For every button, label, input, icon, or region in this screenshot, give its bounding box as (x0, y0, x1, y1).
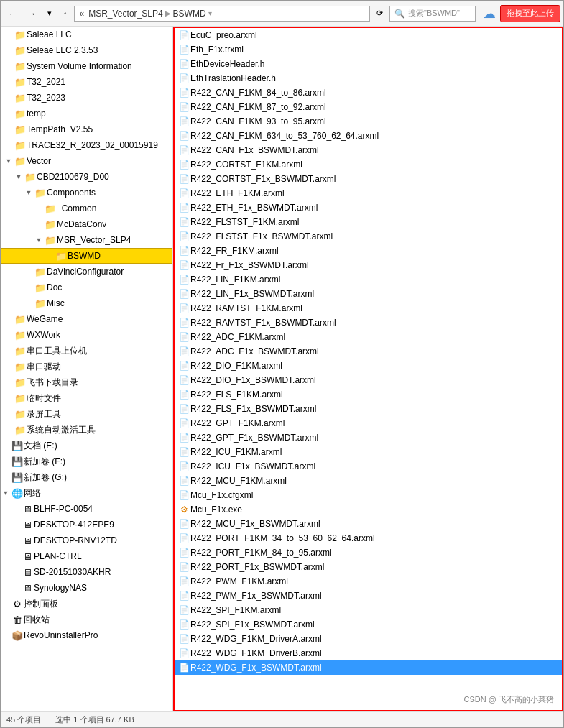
expand-icon[interactable] (4, 330, 14, 340)
file-item[interactable]: 📄R422_PORT_F1KM_34_to_53_60_62_64.arxml (175, 531, 562, 545)
expand-icon[interactable] (4, 61, 14, 71)
sidebar-item[interactable]: 🖥 DESKTOP-412EPE9 (1, 517, 172, 533)
up-button[interactable]: ↑ (58, 4, 73, 24)
file-item[interactable]: 📄R422_CORTST_F1x_BSWMDT.arxml (175, 172, 562, 186)
sidebar-item[interactable]: 📁 系统自动激活工具 (1, 422, 172, 438)
file-item[interactable]: 📄R422_PWM_F1x_BSWMDT.arxml (175, 589, 562, 603)
expand-icon[interactable] (4, 93, 14, 103)
expand-icon[interactable] (4, 346, 14, 356)
file-item[interactable]: 📄R422_MCU_F1KM.arxml (175, 474, 562, 488)
expand-icon[interactable] (1, 456, 11, 466)
expand-icon[interactable] (4, 425, 14, 435)
expand-icon[interactable] (11, 504, 21, 514)
expand-icon[interactable] (34, 203, 44, 213)
sidebar-item[interactable]: 📁 Doc (1, 280, 172, 295)
sidebar-item[interactable]: 📦 RevoUninstallerPro (1, 627, 172, 643)
expand-icon[interactable] (11, 535, 21, 545)
expand-icon[interactable] (4, 45, 14, 55)
file-item[interactable]: 📄R422_ADC_F1x_BSWMDT.arxml (175, 344, 562, 359)
sidebar-item[interactable]: 📁 WXWork (1, 327, 172, 343)
sidebar-item[interactable]: 🖥 BLHF-PC-0054 (1, 501, 172, 517)
sidebar-item[interactable]: 📁 TRACE32_R_2023_02_00015919 (1, 137, 172, 153)
expand-icon[interactable] (24, 267, 34, 277)
expand-icon[interactable] (11, 551, 21, 561)
sidebar-item[interactable]: 📁 TempPath_V2.55 (1, 121, 172, 137)
expand-icon[interactable] (11, 583, 21, 593)
file-item[interactable]: 📄Eth_F1x.trxml (175, 42, 562, 57)
expand-icon[interactable] (45, 251, 55, 261)
file-item[interactable]: 📄R422_WDG_F1x_BSWMDT.arxml (175, 660, 562, 675)
sidebar-item[interactable]: 🖥 SD-20151030AKHR (1, 564, 172, 580)
expand-icon[interactable] (4, 109, 14, 119)
file-item[interactable]: 📄R422_MCU_F1x_BSWMDT.arxml (175, 517, 562, 531)
sidebar-item[interactable]: 🗑 回收站 (1, 612, 172, 627)
file-item[interactable]: 📄EthDeviceHeader.h (175, 57, 562, 71)
file-item[interactable]: 📄R422_RAMTST_F1KM.arxml (175, 301, 562, 315)
file-item[interactable]: 📄R422_WDG_F1KM_DriverB.arxml (175, 646, 562, 660)
sidebar-item[interactable]: ▼📁 Vector (1, 153, 172, 169)
sidebar-item[interactable]: 📁 T32_2023 (1, 90, 172, 106)
file-item[interactable]: 📄R422_LIN_F1x_BSWMDT.arxml (175, 287, 562, 301)
expand-icon[interactable] (4, 124, 14, 134)
sidebar-item[interactable]: 📁 临时文件 (1, 390, 172, 406)
file-item[interactable]: 📄R422_ETH_F1KM.arxml (175, 186, 562, 201)
expand-icon[interactable] (11, 520, 21, 530)
file-item[interactable]: ⚙Mcu_F1x.exe (175, 502, 562, 517)
upload-button[interactable]: 拖拽至此上传 (500, 5, 560, 22)
file-item[interactable]: 📄R422_CAN_F1KM_87_to_92.arxml (175, 100, 562, 114)
file-item[interactable]: 📄EthTraslationHeader.h (175, 71, 562, 86)
file-item[interactable]: 📄R422_CAN_F1KM_84_to_86.arxml (175, 86, 562, 100)
sidebar-item[interactable]: 📁 串口驱动 (1, 359, 172, 374)
sidebar-item[interactable]: 📁 McDataConv (1, 216, 172, 232)
sidebar-item[interactable]: ▼📁 CBD2100679_D00 (1, 169, 172, 185)
sidebar-item[interactable]: 📁 录屏工具 (1, 406, 172, 422)
sidebar-item[interactable]: 🖥 DESKTOP-RNV12TD (1, 533, 172, 548)
sidebar-item[interactable]: 📁 _Common (1, 201, 172, 216)
sidebar-item[interactable]: 📁 DaVinciConfigurator (1, 264, 172, 280)
sidebar-item[interactable]: 📁 System Volume Information (1, 58, 172, 74)
file-item[interactable]: 📄R422_RAMTST_F1x_BSWMDT.arxml (175, 315, 562, 330)
file-item[interactable]: 📄R422_LIN_F1KM.arxml (175, 272, 562, 287)
expand-icon[interactable] (4, 377, 14, 387)
sidebar-item[interactable]: ▼🌐 网络 (1, 485, 172, 501)
sidebar-item[interactable]: ▼📁 MSR_Vector_SLP4 (1, 232, 172, 248)
refresh-button[interactable]: ⟳ (371, 4, 388, 24)
breadcrumb-back[interactable]: « (78, 9, 87, 19)
sidebar-item[interactable]: 📁 串口工具上位机 (1, 343, 172, 359)
expand-icon[interactable] (4, 29, 14, 40)
expand-icon[interactable] (4, 77, 14, 87)
expand-icon[interactable] (4, 393, 14, 403)
file-item[interactable]: 📄R422_FLS_F1x_BSWMDT.arxml (175, 402, 562, 416)
sidebar-item[interactable]: 📁 BSWMD (1, 248, 172, 264)
breadcrumb-bswmd[interactable]: BSWMD (171, 9, 208, 19)
expand-icon[interactable]: ▼ (24, 188, 34, 198)
forward-button[interactable]: → (23, 4, 41, 24)
sidebar-item[interactable]: 💾 新加卷 (G:) (1, 469, 172, 485)
expand-icon[interactable] (24, 282, 34, 292)
file-item[interactable]: 📄R422_DIO_F1KM.arxml (175, 359, 562, 373)
sidebar-item[interactable]: 📁 Saleae LLC (1, 27, 172, 42)
search-box[interactable]: 🔍 搜索"BSWMD" (389, 6, 476, 22)
file-item[interactable]: 📄R422_Fr_F1x_BSWMDT.arxml (175, 258, 562, 272)
file-item[interactable]: 📄R422_PWM_F1KM.arxml (175, 574, 562, 589)
file-item[interactable]: 📄Mcu_F1x.cfgxml (175, 488, 562, 502)
file-item[interactable]: 📄R422_PORT_F1KM_84_to_95.arxml (175, 545, 562, 560)
sidebar-item[interactable]: 🖥 SynologyNAS (1, 580, 172, 596)
file-item[interactable]: 📄R422_FR_F1KM.arxml (175, 244, 562, 258)
sidebar-item[interactable]: 💾 新加卷 (F:) (1, 453, 172, 469)
sidebar-item[interactable]: 📁 飞书下载目录 (1, 374, 172, 390)
expand-icon[interactable] (1, 441, 11, 451)
expand-icon[interactable]: ▼ (14, 172, 24, 182)
file-item[interactable]: 📄R422_ICU_F1x_BSWMDT.arxml (175, 459, 562, 474)
file-item[interactable]: 📄R422_CAN_F1KM_93_to_95.arxml (175, 114, 562, 129)
file-item[interactable]: 📄R422_FLS_F1KM.arxml (175, 387, 562, 402)
file-item[interactable]: 📄R422_WDG_F1KM_DriverA.arxml (175, 632, 562, 646)
expand-icon[interactable]: ▼ (1, 488, 11, 498)
dropdown-button[interactable]: ▾ (42, 4, 57, 24)
file-item[interactable]: 📄R422_SPI_F1KM.arxml (175, 603, 562, 617)
file-item[interactable]: 📄R422_CORTST_F1KM.arxml (175, 157, 562, 172)
back-button[interactable]: ← (4, 4, 22, 24)
file-item[interactable]: 📄R422_ETH_F1x_BSWMDT.arxml (175, 201, 562, 215)
file-item[interactable]: 📄R422_PORT_F1x_BSWMDT.arxml (175, 560, 562, 574)
file-item[interactable]: 📄R422_GPT_F1KM.arxml (175, 416, 562, 430)
